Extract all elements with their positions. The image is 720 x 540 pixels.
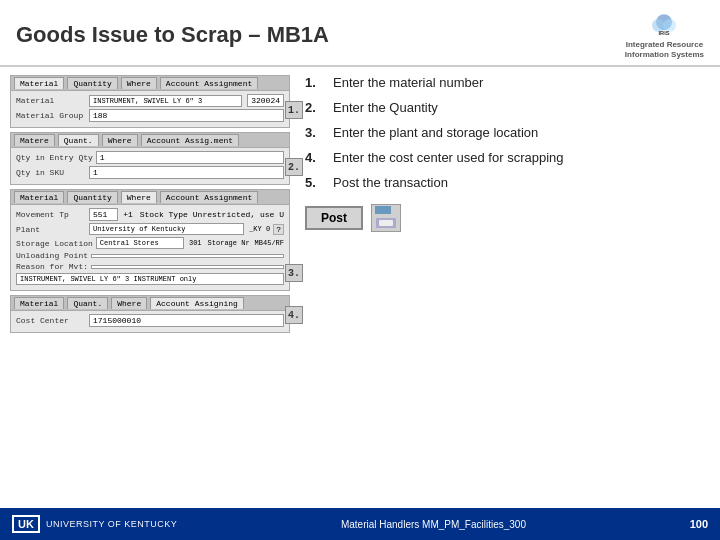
tab-material-4[interactable]: Material (14, 297, 64, 309)
tab-matere-2[interactable]: Matere (14, 134, 55, 146)
storage-location-row: Storage Location Central Stores 301 Stor… (16, 237, 284, 249)
description-row: INSTRUMENT, SWIVEL LY 6" 3 INSTRUMENT on… (16, 273, 284, 285)
material-group-input[interactable]: 188 (89, 109, 284, 122)
sap-tabs-1: Material Quantity Where Account Assignme… (11, 76, 289, 91)
tab-where-2[interactable]: Where (102, 134, 138, 146)
tab-where-4[interactable]: Where (111, 297, 147, 309)
post-button[interactable]: Post (305, 206, 363, 230)
tab-material-3[interactable]: Material (14, 191, 64, 203)
cost-center-input[interactable]: 1715000010 (89, 314, 284, 327)
page-number: 100 (690, 518, 708, 530)
sap-screenshots-panel: Material Quantity Where Account Assignme… (10, 75, 290, 509)
storage-location-input[interactable]: Central Stores (96, 237, 184, 249)
svg-text:IRIS: IRIS (659, 30, 670, 36)
step-marker-1: 1. (285, 101, 303, 119)
tab-where-1[interactable]: Where (121, 77, 157, 89)
instructions-panel: 1. Enter the material number 2. Enter th… (300, 75, 710, 509)
tab-account-2[interactable]: Account Assig.ment (141, 134, 239, 146)
sap-tabs-4: Material Quant. Where Account Assigning (11, 296, 289, 311)
qty-entry-row: Qty in Entry Qty 1 (16, 151, 284, 164)
tab-quantity-1[interactable]: Quantity (67, 77, 117, 89)
reason-row: Reason for Mvt: (16, 262, 284, 271)
movement-type-row: Movement Tp 551 +1 Stock Type Unrestrict… (16, 208, 284, 221)
material-input[interactable]: INSTRUMENT, SWIVEL LY 6" 3 (89, 95, 242, 107)
tab-quantity-3[interactable]: Quantity (67, 191, 117, 203)
tab-quantity-2[interactable]: Quant. (58, 134, 99, 146)
sap-screen-2: Matere Quant. Where Account Assig.ment Q… (10, 132, 290, 185)
step-marker-4: 4. (285, 306, 303, 324)
tab-quantity-4[interactable]: Quant. (67, 297, 108, 309)
tab-where-3[interactable]: Where (121, 191, 157, 203)
step-3: 3. Enter the plant and storage location (305, 125, 710, 142)
sap-screen-4: Material Quant. Where Account Assigning … (10, 295, 290, 333)
unloading-point-row: Unloading Point (16, 251, 284, 260)
title-text: Goods Issue to Scrap – MB1A (16, 22, 329, 48)
description-input[interactable]: INSTRUMENT, SWIVEL LY 6" 3 INSTRUMENT on… (16, 273, 284, 285)
qty-entry-input[interactable]: 1 (96, 151, 284, 164)
tab-account-3[interactable]: Account Assignment (160, 191, 258, 203)
sap-body-2: Qty in Entry Qty 1 Qty in SKU 1 (11, 148, 289, 184)
plant-row: Plant University of Kentucky _KY 0 ? (16, 223, 284, 235)
bottom-bar: UK UNIVERSITY OF KENTUCKY Material Handl… (0, 508, 720, 540)
sap-screen-3: Material Quantity Where Account Assignme… (10, 189, 290, 291)
step-4: 4. Enter the cost center used for scrapp… (305, 150, 710, 167)
step-5: 5. Post the transaction (305, 175, 710, 192)
material-group-row: Material Group 188 (16, 109, 284, 122)
save-icon (371, 204, 401, 232)
plant-help-btn[interactable]: ? (273, 224, 284, 235)
bottom-center-text: Material Handlers MM_PM_Facilities_300 (341, 519, 526, 530)
movement-type-input[interactable]: 551 (89, 208, 118, 221)
sap-body-4: Cost Center 1715000010 (11, 311, 289, 332)
step-marker-2: 2. (285, 158, 303, 176)
sap-screen-1: Material Quantity Where Account Assignme… (10, 75, 290, 128)
cost-center-row: Cost Center 1715000010 (16, 314, 284, 327)
sap-body-3: Movement Tp 551 +1 Stock Type Unrestrict… (11, 205, 289, 290)
iris-icon: IRIS (644, 10, 684, 40)
svg-rect-7 (379, 220, 393, 226)
qty-sku-row: Qty in SKU 1 (16, 166, 284, 179)
tab-account-1[interactable]: Account Assignment (160, 77, 258, 89)
sap-tabs-2: Matere Quant. Where Account Assig.ment (11, 133, 289, 148)
uk-logo-box: UK (12, 515, 40, 533)
step-marker-3: 3. (285, 264, 303, 282)
reason-input[interactable] (91, 265, 284, 269)
step-1: 1. Enter the material number (305, 75, 710, 92)
unloading-point-input[interactable] (91, 254, 284, 258)
iris-logo: IRIS Integrated ResourceInformation Syst… (625, 10, 704, 59)
material-number: 320024 (247, 94, 284, 107)
qty-sku-input[interactable]: 1 (89, 166, 284, 179)
tab-account-4[interactable]: Account Assigning (150, 297, 244, 309)
tab-material-1[interactable]: Material (14, 77, 64, 89)
post-section: Post (305, 204, 710, 232)
plant-input[interactable]: University of Kentucky (89, 223, 244, 235)
material-field-row: Material INSTRUMENT, SWIVEL LY 6" 3 3200… (16, 94, 284, 107)
sap-body-1: Material INSTRUMENT, SWIVEL LY 6" 3 3200… (11, 91, 289, 127)
page-title: Goods Issue to Scrap – MB1A IRIS Integra… (0, 0, 720, 67)
uk-logo: UK UNIVERSITY OF KENTUCKY (12, 515, 177, 533)
sap-tabs-3: Material Quantity Where Account Assignme… (11, 190, 289, 205)
svg-rect-5 (375, 206, 391, 214)
step-2: 2. Enter the Quantity (305, 100, 710, 117)
